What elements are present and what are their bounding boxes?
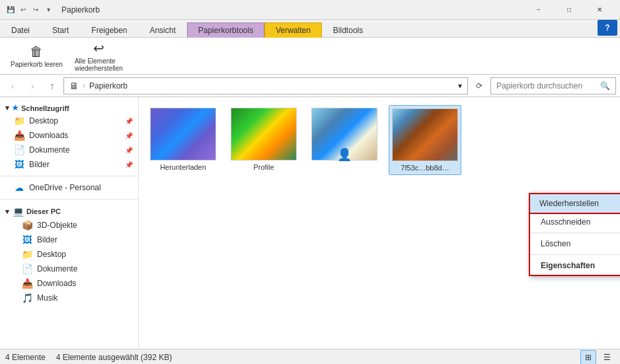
file-item-profile[interactable]: Profile [227,105,300,175]
loeschen-label: Löschen [541,239,570,248]
ribbon-cmd-1[interactable]: 🗑 Papierkorb leeren [5,42,68,71]
bilder2-icon: 🖼 [21,235,33,245]
path-text: Papierkorb [89,81,128,91]
pc-icon: 💻 [12,206,24,217]
context-menu-item-eigenschaften[interactable]: Eigenschaften [530,256,620,275]
search-box[interactable]: 🔍 [490,77,616,94]
close-button[interactable]: ✕ [584,0,615,20]
sidebar-item-downloads2[interactable]: 📥 Downloads [0,276,138,291]
restore-label: Alle Elementewiederherstellen [75,57,123,72]
tab-verwalten[interactable]: Verwalten [264,22,322,38]
musik-label: Musik [37,293,133,303]
context-menu-item-loeschen[interactable]: Löschen [530,235,620,253]
view-controls: ⊞ ☰ [580,350,615,365]
sidebar-header-quick[interactable]: ▾ ★ Schnellzugriff [0,101,138,114]
wiederherstellen-label: Wiederherstellen [539,199,599,208]
sidebar-item-dokumente[interactable]: 📄 Dokumente 📌 [0,143,138,157]
tab-start[interactable]: Start [41,22,80,38]
forward-button[interactable]: › [24,77,41,94]
desktop2-label: Desktop [37,250,133,259]
downloads2-label: Downloads [37,279,133,288]
tab-datei[interactable]: Datei [0,22,41,38]
bilder2-label: Bilder [37,235,133,244]
desktop-icon: 📁 [13,116,25,126]
up-button[interactable]: ↑ [44,77,61,94]
path-icon: 🖥 [69,81,79,91]
address-path[interactable]: 🖥 › Papierkorb ▾ [63,77,468,94]
element-count: 4 Elemente [5,353,46,362]
sidebar-section-onedrive: ☁ OneDrive - Personal [0,179,138,196]
downloads-icon: 📥 [13,130,25,141]
dokumente-pin: 📌 [125,147,133,154]
redo-icon[interactable]: ↪ [30,5,41,15]
undo-icon[interactable]: ↩ [18,5,28,15]
context-menu-item-ausschneiden[interactable]: Ausschneiden [530,213,620,231]
view-large-icon: ⊞ [585,353,592,362]
minimize-button[interactable]: − [523,0,554,20]
dropdown-icon[interactable]: ▾ [43,5,54,15]
sidebar-item-dokumente2[interactable]: 📄 Dokumente [0,262,138,276]
tab-bildtools[interactable]: Bildtools [322,22,374,38]
window-title: Papierkorb [61,5,100,15]
tab-freigeben[interactable]: Freigeben [80,22,138,38]
sidebar-item-bilder2[interactable]: 🖼 Bilder [0,233,138,247]
dokumente2-icon: 📄 [21,264,33,274]
sidebar-header-pc[interactable]: ▾ 💻 Dieser PC [0,203,138,218]
cmd1-label: Papierkorb leeren [11,61,63,68]
sidebar-divider-2 [0,199,138,200]
status-info: 4 Elemente 4 Elemente ausgewählt (392 KB… [5,353,172,362]
desktop2-icon: 📁 [21,249,33,260]
pc-label: Dieser PC [26,207,61,215]
context-menu-separator-1 [530,233,620,233]
back-button[interactable]: ‹ [4,77,21,94]
desktop-label: Desktop [29,116,121,126]
dokumente2-label: Dokumente [37,264,133,273]
context-menu-item-wiederherstellen[interactable]: Wiederherstellen [529,193,620,214]
title-bar-left: 💾 ↩ ↪ ▾ Papierkorb [5,5,100,15]
sidebar-item-desktop2[interactable]: 📁 Desktop [0,247,138,262]
sidebar-item-bilder[interactable]: 🖼 Bilder 📌 [0,157,138,172]
save-icon[interactable]: 💾 [5,5,16,15]
sidebar-item-downloads[interactable]: 📥 Downloads 📌 [0,128,138,143]
sidebar: ▾ ★ Schnellzugriff 📁 Desktop 📌 📥 Downloa… [0,97,139,349]
ribbon-restore[interactable]: ↩ Alle Elementewiederherstellen [69,38,128,75]
sidebar-item-onedrive[interactable]: ☁ OneDrive - Personal [0,180,138,195]
file-item-waves[interactable]: 👤 [308,105,381,175]
file-overlay-icon: 👤 [337,147,352,162]
bilder-icon: 🖼 [13,159,25,170]
title-bar: 💾 ↩ ↪ ▾ Papierkorb − □ ✕ [0,0,620,20]
status-bar: 4 Elemente 4 Elemente ausgewählt (392 KB… [0,349,620,364]
bilder-pin: 📌 [125,161,133,168]
selected-count: 4 Elemente ausgewählt (392 KB) [56,353,172,362]
sidebar-item-desktop[interactable]: 📁 Desktop 📌 [0,114,138,128]
path-separator: › [83,81,85,91]
file-name-city: 7f53c…bb8d… [401,164,449,172]
sidebar-item-musik[interactable]: 🎵 Musik [0,291,138,305]
downloads2-icon: 📥 [21,278,33,289]
content-area: Herunterladen Profile 👤 7f53c…bb8d… [139,97,620,349]
tab-ansicht[interactable]: Ansicht [138,22,186,38]
eigenschaften-label: Eigenschaften [541,261,595,270]
search-input[interactable] [496,81,598,91]
file-name-herunterladen: Herunterladen [160,163,206,171]
quick-access-star: ★ [12,104,19,112]
tab-papierkorbtools[interactable]: Papierkorbtools [187,22,264,38]
onedrive-label: OneDrive - Personal [29,183,133,192]
view-list-button[interactable]: ☰ [599,350,615,365]
refresh-button[interactable]: ⟳ [471,77,488,94]
file-item-herunterladen[interactable]: Herunterladen [147,105,219,175]
downloads-label: Downloads [29,131,121,140]
thumb-city [392,108,458,161]
ribbon-tabs: Datei Start Freigeben Ansicht Papierkorb… [0,20,620,37]
quick-access-label: Schnellzugriff [21,104,69,112]
help-button[interactable]: ? [598,20,617,36]
maximize-button[interactable]: □ [554,0,584,20]
view-large-icon-button[interactable]: ⊞ [580,350,596,365]
onedrive-icon: ☁ [13,182,25,193]
file-item-city[interactable]: 7f53c…bb8d… [389,105,461,175]
view-list-icon: ☰ [603,353,611,362]
sidebar-item-3d[interactable]: 📦 3D-Objekte [0,218,138,233]
window-controls: − □ ✕ [523,0,615,20]
file-name-profile: Profile [253,163,274,171]
dokumente-label: Dokumente [29,145,121,155]
